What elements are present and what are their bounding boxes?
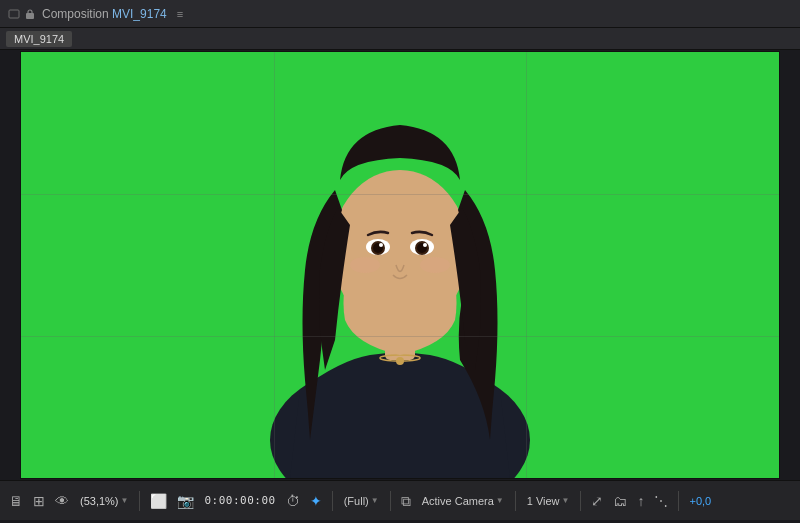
- timecode-value: 0:00:00:00: [204, 494, 275, 507]
- flow-icon: ⋱: [654, 494, 668, 508]
- quality-dropdown-arrow: ▼: [371, 496, 379, 505]
- share-btn[interactable]: ↑: [634, 492, 647, 510]
- sep1: [139, 491, 140, 511]
- camera-snap-btn[interactable]: 📷: [174, 492, 197, 510]
- menu-icon[interactable]: ≡: [177, 8, 183, 20]
- sep4: [515, 491, 516, 511]
- monitor-icon: 🖥: [9, 494, 23, 508]
- star-icon: ✦: [310, 494, 322, 508]
- svg-point-17: [350, 257, 380, 273]
- window-icon: [8, 8, 20, 20]
- canvas-icon: ⬜: [150, 494, 167, 508]
- grid-btn[interactable]: ⊞: [30, 492, 48, 510]
- lock-icon: [24, 8, 36, 20]
- person-figure: [190, 51, 610, 478]
- sep3: [390, 491, 391, 511]
- timecode-display[interactable]: 0:00:00:00: [201, 492, 278, 509]
- sep6: [678, 491, 679, 511]
- title-bar: Composition MVI_9174 ≡: [0, 0, 800, 28]
- view-label: 1 View: [527, 495, 560, 507]
- svg-point-16: [423, 243, 427, 247]
- bottom-toolbar: 🖥 ⊞ 👁 (53,1%) ▼ ⬜ 📷 0:00:00:00 ⏱ ✦ (Full…: [0, 480, 800, 520]
- svg-point-12: [379, 243, 383, 247]
- view-settings-btn[interactable]: 👁: [52, 492, 72, 510]
- layer-tab: MVI_9174: [0, 28, 800, 50]
- active-camera-label: Active Camera: [422, 495, 494, 507]
- share-icon: ↑: [637, 494, 644, 508]
- tab-label[interactable]: MVI_9174: [6, 31, 72, 47]
- zoom-value: (53,1%): [80, 495, 119, 507]
- plus-value: +0,0: [689, 495, 711, 507]
- video-frame: [20, 51, 780, 479]
- layers-icon: ⧉: [401, 494, 411, 508]
- view-dropdown[interactable]: 1 View ▼: [523, 493, 574, 509]
- svg-rect-0: [9, 10, 19, 18]
- active-camera-dropdown[interactable]: Active Camera ▼: [418, 493, 508, 509]
- sep2: [332, 491, 333, 511]
- quality-dropdown[interactable]: (Full) ▼: [340, 493, 383, 509]
- monitor-btn[interactable]: 🖥: [6, 492, 26, 510]
- composition-label: Composition MVI_9174: [42, 7, 167, 21]
- snapshot-btn[interactable]: 🗂: [610, 492, 630, 510]
- zoom-dropdown-arrow: ▼: [121, 496, 129, 505]
- mark-btn[interactable]: ✦: [307, 492, 325, 510]
- canvas-btn[interactable]: ⬜: [147, 492, 170, 510]
- camera-icon: 📷: [177, 494, 194, 508]
- view-dropdown-arrow: ▼: [562, 496, 570, 505]
- zoom-dropdown[interactable]: (53,1%) ▼: [76, 493, 132, 509]
- sep5: [580, 491, 581, 511]
- plus-value-display[interactable]: +0,0: [686, 493, 714, 509]
- svg-point-18: [420, 257, 450, 273]
- expand-btn[interactable]: ⤢: [588, 492, 606, 510]
- eye-icon: 👁: [55, 494, 69, 508]
- flow-btn[interactable]: ⋱: [651, 492, 671, 510]
- stopwatch-icon: ⏱: [286, 494, 300, 508]
- title-bar-icons: [8, 8, 36, 20]
- svg-rect-1: [26, 13, 34, 19]
- quality-label: (Full): [344, 495, 369, 507]
- stopwatch-btn[interactable]: ⏱: [283, 492, 303, 510]
- active-camera-dropdown-arrow: ▼: [496, 496, 504, 505]
- grid-icon: ⊞: [33, 494, 45, 508]
- composition-name: MVI_9174: [112, 7, 167, 21]
- snapshot-icon: 🗂: [613, 494, 627, 508]
- viewer-area: [0, 50, 800, 480]
- expand-icon: ⤢: [591, 494, 603, 508]
- layers-btn[interactable]: ⧉: [398, 492, 414, 510]
